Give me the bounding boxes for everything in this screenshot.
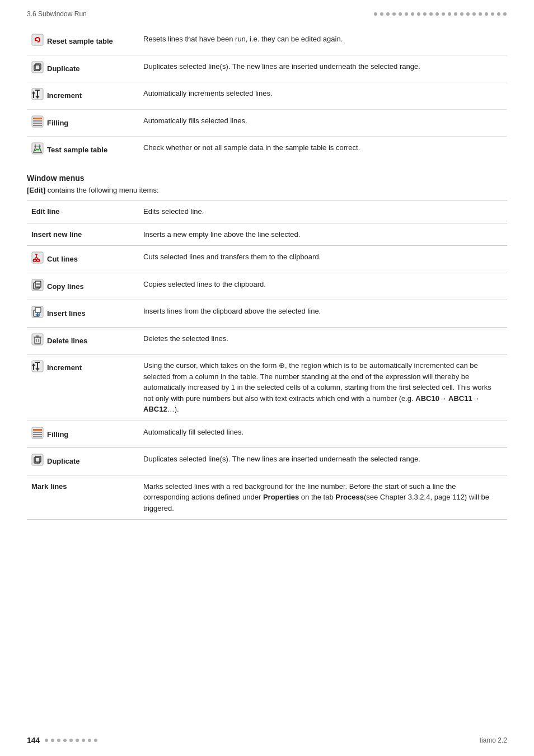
item-label: Delete lines <box>47 335 87 347</box>
toolbar-item-description: Automatically fills selected lines. <box>139 109 507 137</box>
toolbar-item-label: Test sample table <box>27 137 139 164</box>
header-dot <box>466 12 470 16</box>
list-item: DuplicateDuplicates selected line(s). Th… <box>27 448 507 475</box>
increment-icon <box>31 360 44 376</box>
footer-dot <box>69 739 73 742</box>
section-title: Window menus <box>27 174 507 183</box>
menu-item-description: Edits selected line. <box>139 200 507 223</box>
list-item: Mark linesMarks selected lines with a re… <box>27 475 507 520</box>
table-row: FillingAutomatically fills selected line… <box>27 109 507 137</box>
footer-dot <box>57 739 60 742</box>
svg-rect-41 <box>33 429 42 431</box>
list-item: FillingAutomatically fill selected lines… <box>27 421 507 448</box>
item-label: Copy lines <box>47 281 84 292</box>
filling-icon <box>31 115 44 131</box>
test-icon <box>31 142 44 158</box>
cut-icon <box>31 251 44 267</box>
page-footer: 144 tiamo 2.2 <box>27 736 507 745</box>
reset-icon <box>31 34 44 49</box>
header-dot <box>497 12 500 16</box>
header-decoration <box>373 12 507 16</box>
footer-dots <box>44 739 98 742</box>
header-dot <box>503 12 507 16</box>
item-label: Duplicate <box>47 456 80 467</box>
copy-icon <box>31 279 44 295</box>
menu-item-label: Delete lines <box>27 327 139 354</box>
header-dot <box>448 12 451 16</box>
menu-item-label: Edit line <box>27 200 139 223</box>
item-label: Increment <box>47 90 82 101</box>
header-dot <box>442 12 445 16</box>
svg-rect-43 <box>33 434 42 435</box>
subtitle-rest: contains the following menu items: <box>45 186 158 194</box>
footer-dot <box>63 739 67 742</box>
menu-item-label: Increment <box>27 354 139 421</box>
toolbar-item-label: Filling <box>27 109 139 137</box>
table-row: DuplicateDuplicates selected line(s). Th… <box>27 55 507 82</box>
header-section-label: 3.6 Subwindow Run <box>27 10 87 18</box>
toolbar-item-label: Duplicate <box>27 55 139 82</box>
header-dot <box>386 12 390 16</box>
svg-rect-10 <box>33 118 42 119</box>
page-number: 144 <box>27 736 40 745</box>
svg-rect-12 <box>33 123 42 124</box>
footer-dot <box>51 739 54 742</box>
toolbar-item-label: Increment <box>27 82 139 110</box>
svg-rect-28 <box>35 307 41 312</box>
filling-icon <box>31 427 44 442</box>
menu-item-label: Insert lines <box>27 300 139 328</box>
header-dot <box>479 12 482 16</box>
list-item: Insert new lineInserts a new empty line … <box>27 223 507 246</box>
menu-item-label: Insert new line <box>27 223 139 246</box>
duplicate-icon <box>31 454 44 469</box>
menu-item-description: Deletes the selected lines. <box>139 327 507 354</box>
svg-rect-44 <box>33 436 42 437</box>
menu-item-label: Filling <box>27 421 139 448</box>
menu-item-label: Cut lines <box>27 246 139 273</box>
toolbar-items-table: Reset sample tableResets lines that have… <box>27 28 507 164</box>
svg-rect-29 <box>32 334 43 345</box>
app-name: tiamo 2.2 <box>480 736 507 744</box>
delete-icon <box>31 333 44 349</box>
table-row: IncrementAutomatically increments select… <box>27 82 507 110</box>
edit-bracket: [Edit] <box>27 186 45 194</box>
list-item: Edit lineEdits selected line. <box>27 200 507 223</box>
header-dot <box>380 12 383 16</box>
list-item: Copy linesCopies selected lines to the c… <box>27 273 507 300</box>
menu-item-description: Inserts a new empty line above the line … <box>139 223 507 246</box>
item-label: Test sample table <box>47 144 107 156</box>
table-row: Test sample tableCheck whether or not al… <box>27 137 507 164</box>
header-dot <box>423 12 427 16</box>
header-dot <box>460 12 463 16</box>
toolbar-item-description: Resets lines that have been run, i.e. th… <box>139 28 507 55</box>
menu-item-description: Marks selected lines with a red backgrou… <box>139 475 507 520</box>
svg-rect-45 <box>32 454 43 465</box>
menu-item-label: Duplicate <box>27 448 139 475</box>
duplicate-icon <box>31 61 44 77</box>
insert-icon <box>31 306 44 321</box>
item-label: Filling <box>47 118 68 129</box>
svg-rect-1 <box>32 62 43 73</box>
item-label: Insert lines <box>47 308 86 319</box>
footer-dot <box>76 739 79 742</box>
toolbar-item-description: Check whether or not all sample data in … <box>139 137 507 164</box>
menu-item-description: Using the cursor, which takes on the for… <box>139 354 507 421</box>
item-label: Insert new line <box>31 230 82 239</box>
item-label: Edit line <box>31 207 60 216</box>
header-dot <box>472 12 476 16</box>
item-label: Mark lines <box>31 482 67 491</box>
list-item: Delete linesDeletes the selected lines. <box>27 327 507 354</box>
menu-item-description: Automatically fill selected lines. <box>139 421 507 448</box>
item-label: Filling <box>47 429 68 440</box>
toolbar-item-description: Automatically increments selected lines. <box>139 82 507 110</box>
footer-dot <box>94 739 97 742</box>
menu-item-description: Cuts selected lines and transfers them t… <box>139 246 507 273</box>
header-dot <box>429 12 433 16</box>
menu-item-description: Duplicates selected line(s). The new lin… <box>139 448 507 475</box>
item-label: Duplicate <box>47 63 80 74</box>
increment-icon <box>31 88 44 104</box>
page-content: Reset sample tableResets lines that have… <box>0 22 534 542</box>
toolbar-item-description: Duplicates selected line(s). The new lin… <box>139 55 507 82</box>
menu-item-description: Inserts lines from the clipboard above t… <box>139 300 507 328</box>
svg-rect-42 <box>33 432 42 433</box>
